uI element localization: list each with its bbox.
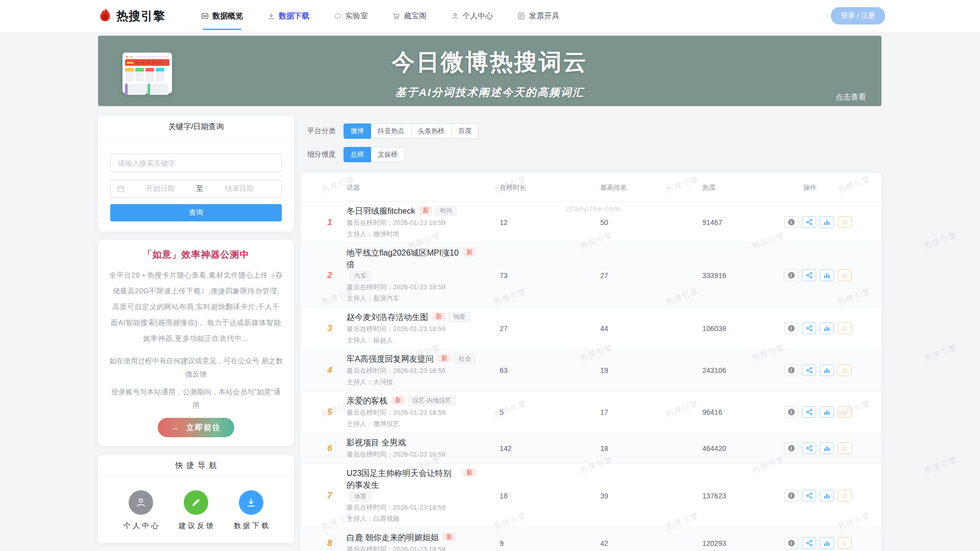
browser-window-illustration (122, 53, 172, 93)
row-actions: i ☆ (784, 364, 881, 376)
brand[interactable]: 热搜引擎 (98, 8, 165, 24)
grid-icon (201, 12, 209, 20)
new-badge: 新 (438, 354, 451, 363)
nav-item-cart[interactable]: 藏宝阁 (393, 0, 427, 32)
platform-tab[interactable]: 微博 (344, 123, 371, 139)
chart-button[interactable] (820, 322, 834, 334)
header-heat: 热度 (702, 183, 784, 192)
quick-nav-download[interactable]: 数据下载 (232, 490, 271, 531)
nav-item-label: 实验室 (345, 11, 368, 21)
star-button[interactable]: ☆ (838, 216, 852, 228)
rank-number: 4 (327, 365, 332, 375)
share-button[interactable] (802, 269, 816, 281)
quick-nav-card: 快捷导航 个人中心建议反馈数据下载 (98, 455, 294, 543)
info-button[interactable]: i (784, 442, 798, 454)
share-button[interactable] (802, 442, 816, 454)
date-range-input[interactable]: 开始日期 至 结束日期 (110, 180, 282, 198)
star-icon: ☆ (842, 219, 848, 226)
info-button[interactable]: i (784, 269, 798, 281)
platform-filter-label: 平台分类 (307, 127, 336, 136)
chart-button[interactable] (820, 442, 834, 454)
keyword-search-input[interactable] (110, 154, 282, 172)
chart-button[interactable] (820, 537, 834, 549)
heat-value: 120293 (702, 539, 784, 547)
nav-item-user[interactable]: 个人中心 (451, 0, 493, 32)
go-now-button[interactable]: → 立即前往 (158, 418, 234, 437)
dimension-tab[interactable]: 总榜 (344, 147, 371, 162)
query-submit-button[interactable]: 查询 (110, 204, 282, 221)
quick-nav-user[interactable]: 个人中心 (121, 490, 160, 531)
platform-tab[interactable]: 头条热榜 (411, 123, 452, 139)
info-button[interactable]: i (784, 537, 798, 549)
new-badge: 新 (463, 468, 476, 477)
star-icon: ☆ (842, 409, 848, 416)
share-button[interactable] (802, 364, 816, 376)
topic-title[interactable]: 冬日羽绒服fitcheck (347, 205, 415, 217)
star-button[interactable]: ☆ (838, 537, 852, 549)
topic-title[interactable]: 地平线立flag2026城区MPI涨10倍 (347, 247, 459, 270)
share-button[interactable] (802, 216, 816, 228)
chart-button[interactable] (820, 269, 834, 281)
share-button[interactable] (802, 406, 816, 418)
keyword-date-query-card: 关键字/日期查询 开始日期 至 结束日期 查询 (98, 116, 294, 232)
platform-tab[interactable]: 抖音热点 (371, 123, 411, 139)
header-best-rank: 最高排名 (600, 183, 702, 192)
nav-item-grid[interactable]: 数据概览 (201, 0, 243, 32)
row-actions: i ☆ (784, 406, 881, 418)
star-button[interactable]: ☆ (838, 322, 852, 334)
star-button[interactable]: ☆ (838, 406, 852, 418)
new-badge: 新 (443, 533, 456, 541)
last-on-list-time: 最后在榜时间：2026-01-23 18:59 (347, 544, 493, 551)
hero-view-link[interactable]: 点击查看 (836, 92, 866, 102)
brand-watermark: 热搜引擎 (923, 455, 959, 475)
star-button[interactable]: ☆ (838, 364, 852, 376)
dimension-tab[interactable]: 文娱榜 (371, 147, 405, 162)
topic-title[interactable]: 影视项目 全男戏 (347, 437, 406, 448)
row-actions: i ☆ (784, 490, 881, 502)
share-button[interactable] (802, 490, 816, 502)
bar-chart-icon (824, 272, 830, 279)
duration-value: 142 (500, 444, 600, 453)
topic-title[interactable]: 牢A高强度回复网友提问 (347, 353, 434, 365)
share-button[interactable] (802, 322, 816, 334)
share-button[interactable] (802, 537, 816, 549)
cart-icon (393, 12, 400, 20)
hero-title: 今日微博热搜词云 (98, 36, 881, 78)
host-label: 主持人：微博时尚 (347, 229, 493, 239)
topic-title[interactable]: U23国足主帅称明天会让特别的事发生 (347, 467, 459, 491)
topic-title[interactable]: 白鹿 朝你走来的明媚姐姐 (347, 532, 438, 543)
host-label: 主持人：大河报 (347, 377, 493, 387)
info-icon: i (788, 445, 795, 452)
rank-number: 2 (327, 270, 332, 281)
info-button[interactable]: i (784, 406, 798, 418)
star-icon: ☆ (842, 540, 848, 547)
nav-item-label: 藏宝阁 (404, 11, 427, 21)
nav-item-download[interactable]: 数据下载 (267, 0, 309, 32)
info-button[interactable]: i (784, 322, 798, 334)
hero-banner[interactable]: 今日微博热搜词云 基于AI分词技术阐述今天的高频词汇 点击查看 (98, 36, 881, 106)
chart-button[interactable] (820, 364, 834, 376)
nav-item-receipt[interactable]: 发票开具 (518, 0, 559, 32)
info-button[interactable]: i (784, 490, 798, 502)
info-button[interactable]: i (784, 216, 798, 228)
star-button[interactable]: ☆ (838, 442, 852, 454)
topic-title[interactable]: 赵今麦刘浩存活动生图 (347, 311, 428, 323)
platform-tab[interactable]: 百度 (451, 123, 479, 139)
share-icon (806, 540, 813, 546)
star-icon: ☆ (842, 325, 848, 332)
star-button[interactable]: ☆ (838, 269, 852, 281)
info-button[interactable]: i (784, 364, 798, 376)
info-icon: i (788, 325, 795, 332)
quick-nav-edit[interactable]: 建议反馈 (177, 490, 215, 531)
star-button[interactable]: ☆ (838, 490, 852, 502)
share-icon (806, 492, 813, 499)
chart-button[interactable] (820, 216, 834, 228)
chart-button[interactable] (820, 490, 834, 502)
nav-item-lab[interactable]: 实验室 (334, 0, 368, 32)
share-icon (806, 409, 813, 415)
topic-title[interactable]: 亲爱的客栈 (347, 395, 387, 407)
chart-button[interactable] (820, 406, 834, 418)
login-register-button[interactable]: 登录 / 注册 (831, 7, 885, 24)
dimension-filter-row: 细分维度 总榜文娱榜 (301, 147, 881, 162)
brand-name: 热搜引擎 (116, 8, 165, 24)
